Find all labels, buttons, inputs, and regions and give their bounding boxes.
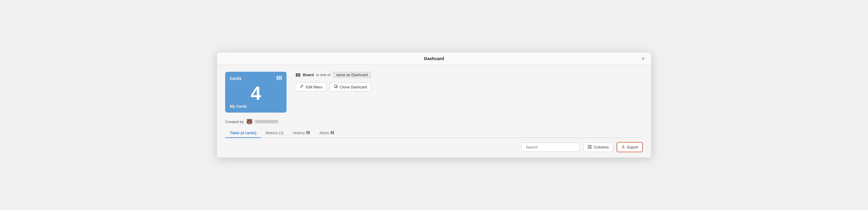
svg-rect-4 [298, 73, 299, 77]
svg-rect-13 [589, 145, 591, 149]
close-button[interactable]: × [640, 55, 646, 62]
tab-table-label: Table (4 cards) [230, 131, 256, 135]
tab-alerts-label: Alerts [319, 131, 329, 135]
card-widget: Cards 4 My Cards [225, 72, 286, 113]
filter-field: Board [303, 73, 314, 77]
created-by-label: Created by [225, 119, 244, 124]
svg-rect-11 [332, 131, 334, 134]
history-icon [306, 131, 310, 135]
modal-header: Dashcard × [217, 53, 651, 65]
tab-history-label: History [293, 131, 305, 135]
right-section: Board is one of same as Dashcard Edit f [296, 72, 643, 113]
svg-rect-7 [334, 85, 337, 87]
card-widget-label: Cards [230, 76, 242, 81]
card-widget-header: Cards [230, 76, 282, 81]
export-button[interactable]: Export [617, 142, 643, 152]
export-label: Export [627, 145, 638, 149]
export-icon [621, 145, 625, 150]
svg-rect-3 [296, 73, 297, 77]
tab-metrics-label: Metrics (1) [266, 131, 284, 135]
columns-button[interactable]: Columns [583, 143, 613, 152]
created-by-row: Created by 🐻 [225, 118, 643, 125]
filter-value: same as Dashcard [333, 72, 371, 78]
svg-rect-2 [280, 76, 282, 80]
tab-table[interactable]: Table (4 cards) [225, 128, 261, 138]
clone-dashcard-button[interactable]: Clone Dashcard [330, 82, 371, 91]
svg-rect-1 [279, 76, 280, 80]
tab-history[interactable]: History [288, 128, 314, 138]
username-blurred [255, 120, 278, 124]
svg-rect-14 [591, 145, 592, 149]
dashcard-modal: Dashcard × Cards 4 My Cards [217, 53, 651, 158]
modal-body: Cards 4 My Cards [217, 65, 651, 158]
tabs-row: Table (4 cards) Metrics (1) History Aler… [225, 128, 643, 138]
clone-dashcard-label: Clone Dashcard [340, 85, 367, 89]
edit-filters-label: Edit filters [306, 85, 322, 89]
svg-rect-0 [277, 76, 278, 80]
card-widget-footer: My Cards [230, 104, 282, 108]
svg-rect-10 [331, 131, 332, 134]
clone-icon [334, 84, 338, 89]
alerts-icon [331, 131, 334, 135]
svg-rect-5 [299, 73, 300, 77]
columns-label: Columns [594, 145, 609, 149]
modal-title: Dashcard [424, 56, 444, 61]
svg-rect-8 [306, 131, 308, 134]
avatar: 🐻 [246, 118, 253, 125]
svg-rect-12 [588, 145, 589, 149]
card-widget-number: 4 [230, 84, 282, 103]
edit-filters-button[interactable]: Edit filters [296, 82, 327, 91]
bottom-toolbar: Columns Export [225, 138, 643, 156]
tab-metrics[interactable]: Metrics (1) [261, 128, 288, 138]
edit-icon [300, 84, 304, 89]
action-buttons: Edit filters Clone Dashcard [296, 82, 643, 91]
tab-alerts[interactable]: Alerts [315, 128, 339, 138]
board-icon [296, 73, 301, 77]
filter-condition: is one of [316, 73, 331, 77]
card-widget-icon [277, 76, 282, 81]
search-input[interactable] [521, 143, 580, 152]
filter-row: Board is one of same as Dashcard [296, 72, 643, 78]
svg-rect-9 [308, 131, 310, 134]
top-section: Cards 4 My Cards [225, 72, 643, 113]
columns-icon [588, 145, 592, 150]
